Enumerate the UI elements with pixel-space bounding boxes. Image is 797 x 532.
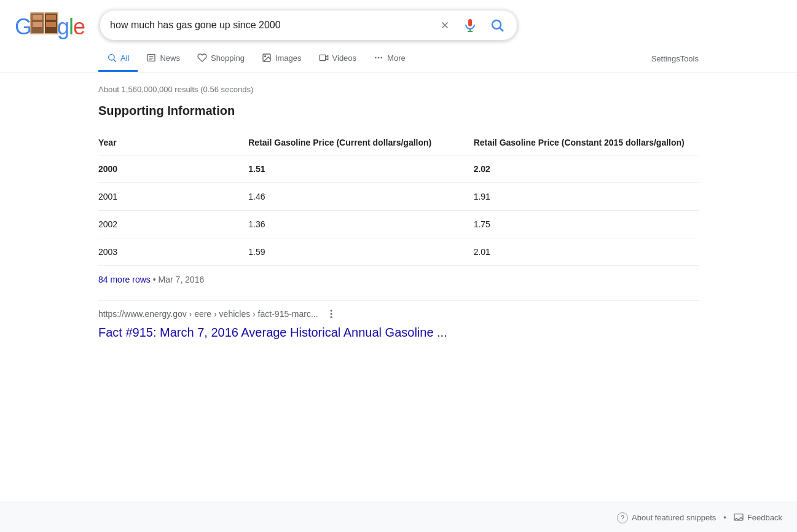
tab-news[interactable]: News [138,45,189,72]
more-rows-row: 84 more rows • Mar 7, 2016 [98,266,699,293]
voice-search-button[interactable] [460,15,480,35]
videos-icon [319,53,329,63]
logo-l: l [69,14,73,39]
settings-link[interactable]: Settings [651,47,680,71]
table-row: 20011.461.91 [98,183,699,211]
svg-point-29 [330,316,332,318]
tab-more[interactable]: More [365,45,414,72]
nav-tabs: All News Shopping Images [0,45,797,72]
svg-rect-23 [320,55,325,60]
main-content: About 1,560,000,000 results (0.56 second… [0,72,797,348]
svg-line-16 [114,60,116,62]
svg-rect-6 [46,22,56,27]
result-date: • Mar 7, 2016 [153,275,205,284]
table-row: 20001.512.02 [98,155,699,183]
svg-point-26 [380,57,382,59]
microphone-icon [463,18,477,33]
svg-point-28 [330,313,332,315]
shopping-icon [197,53,207,63]
results-count: About 1,560,000,000 results (0.56 second… [98,80,699,104]
search-submit-button[interactable] [487,15,507,35]
header: G gle how much has gas gone up since 200… [0,0,797,45]
search-bar: how much has gas gone up since 2000 [100,10,517,41]
table-header-row: Year Retail Gasoline Price (Current doll… [98,130,699,155]
svg-point-22 [265,56,266,57]
cell-year: 2003 [98,238,248,266]
tab-images[interactable]: Images [253,45,310,72]
cell-year: 2002 [98,211,248,238]
svg-rect-3 [33,15,42,20]
cell-year: 2001 [98,183,248,211]
logo-doodle [30,12,58,34]
clear-button[interactable] [437,17,453,33]
svg-rect-10 [468,19,472,26]
tools-link[interactable]: Tools [680,47,699,71]
tab-videos[interactable]: Videos [310,45,366,72]
table-row: 20021.361.75 [98,211,699,238]
svg-point-15 [109,55,114,60]
table-row: 20031.592.01 [98,238,699,266]
svg-point-25 [378,57,380,59]
svg-point-24 [375,57,377,59]
col-constant-price-header: Retail Gasoline Price (Constant 2015 dol… [474,130,699,155]
cell-year: 2000 [98,155,248,183]
cell-current-price: 1.46 [248,183,473,211]
source-options-button[interactable] [323,306,339,322]
search-input[interactable]: how much has gas gone up since 2000 [110,20,432,31]
source-url-text: https://www.energy.gov › eere › vehicles… [98,309,318,319]
cell-constant-price: 2.02 [474,155,699,183]
google-logo[interactable]: G gle [15,12,85,38]
featured-snippet: Supporting Information Year Retail Gasol… [98,104,699,340]
svg-line-14 [500,28,504,32]
cell-current-price: 1.36 [248,211,473,238]
cell-constant-price: 1.75 [474,211,699,238]
vertical-dots-icon [326,308,337,319]
source-url-row: https://www.energy.gov › eere › vehicles… [98,306,699,322]
divider [98,300,699,301]
search-icons [437,15,507,35]
cell-constant-price: 1.91 [474,183,699,211]
cell-current-price: 1.59 [248,238,473,266]
logo-g: G [15,14,31,39]
svg-point-13 [492,20,501,29]
svg-rect-5 [33,22,42,27]
col-current-price-header: Retail Gasoline Price (Current dollars/g… [248,130,473,155]
cell-constant-price: 2.01 [474,238,699,266]
svg-rect-4 [46,15,56,20]
gasoline-data-table: Year Retail Gasoline Price (Current doll… [98,130,699,266]
clear-icon [439,20,450,31]
tab-shopping[interactable]: Shopping [189,45,253,72]
snippet-title: Supporting Information [98,104,699,118]
tab-all[interactable]: All [98,45,138,72]
cell-current-price: 1.51 [248,155,473,183]
more-rows-link[interactable]: 84 more rows [98,275,151,284]
logo-e: e [73,14,85,39]
all-icon [107,53,117,63]
svg-point-27 [330,310,332,311]
logo-g2: g [57,14,69,39]
images-icon [262,53,272,63]
more-dots-icon [374,53,383,63]
search-icon [490,18,505,33]
col-year-header: Year [98,130,248,155]
news-icon [146,53,156,63]
result-title-link[interactable]: Fact #915: March 7, 2016 Average Histori… [98,324,699,340]
